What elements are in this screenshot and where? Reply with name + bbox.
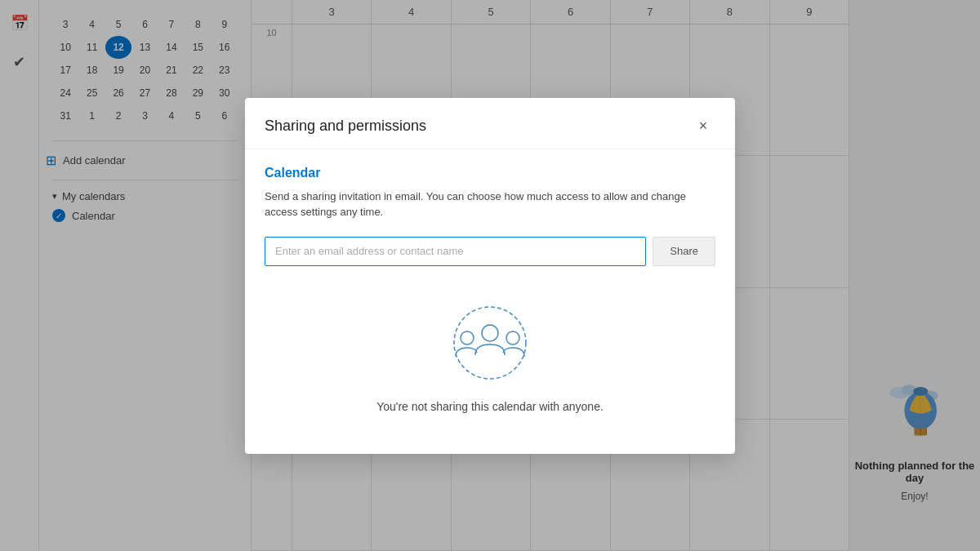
modal-calendar-name: Calendar	[265, 166, 715, 180]
empty-state-icon	[449, 302, 531, 384]
empty-state-text: You're not sharing this calendar with an…	[376, 400, 604, 413]
modal-header: Sharing and permissions ×	[245, 98, 735, 149]
modal-body: Calendar Send a sharing invitation in em…	[245, 149, 735, 454]
svg-point-13	[461, 331, 474, 344]
modal-title: Sharing and permissions	[265, 118, 426, 135]
empty-sharing-state: You're not sharing this calendar with an…	[265, 286, 715, 438]
svg-point-12	[482, 325, 498, 341]
svg-point-11	[454, 307, 526, 379]
sharing-modal: Sharing and permissions × Calendar Send …	[245, 98, 735, 454]
modal-overlay[interactable]: Sharing and permissions × Calendar Send …	[0, 0, 980, 551]
share-input-row: Share	[265, 237, 715, 266]
share-button[interactable]: Share	[653, 237, 715, 266]
modal-close-button[interactable]: ×	[691, 114, 715, 139]
svg-point-14	[506, 331, 519, 344]
email-input[interactable]	[265, 237, 646, 266]
sharing-description: Send a sharing invitation in email. You …	[265, 189, 715, 220]
